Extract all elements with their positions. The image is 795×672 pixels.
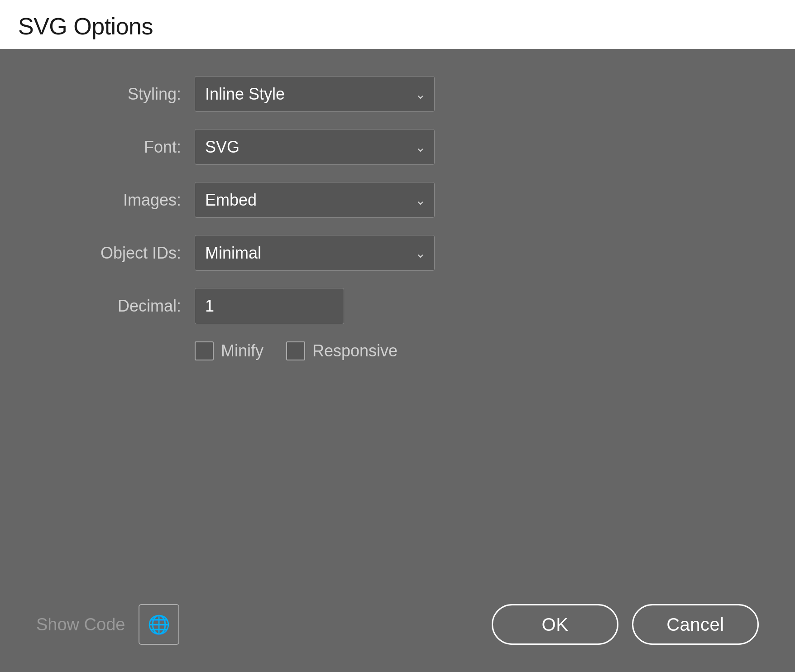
images-row: Images: Embed Link Preserve ⌄ xyxy=(36,182,759,218)
checkbox-row: Minify Responsive xyxy=(195,341,759,360)
object-ids-label: Object IDs: xyxy=(36,244,181,263)
images-select[interactable]: Embed Link Preserve xyxy=(195,182,435,218)
images-label: Images: xyxy=(36,191,181,210)
object-ids-row: Object IDs: Minimal All None Layer Names… xyxy=(36,235,759,271)
font-label: Font: xyxy=(36,138,181,157)
decimal-label: Decimal: xyxy=(36,297,181,316)
decimal-input[interactable] xyxy=(195,288,344,324)
styling-row: Styling: Inline Style Internal CSS Exter… xyxy=(36,76,759,112)
minify-checkbox[interactable] xyxy=(195,341,214,360)
title-bar: SVG Options xyxy=(0,0,795,49)
minify-label: Minify xyxy=(221,341,263,360)
dialog-title: SVG Options xyxy=(18,13,777,40)
object-ids-select-wrapper: Minimal All None Layer Names ⌄ xyxy=(195,235,435,271)
minify-checkbox-item: Minify xyxy=(195,341,263,360)
font-row: Font: SVG CSS Convert to Outlines ⌄ xyxy=(36,129,759,165)
decimal-row: Decimal: xyxy=(36,288,759,324)
images-select-wrapper: Embed Link Preserve ⌄ xyxy=(195,182,435,218)
font-select-wrapper: SVG CSS Convert to Outlines ⌄ xyxy=(195,129,435,165)
footer-section: Show Code 🌐 OK Cancel xyxy=(36,604,759,645)
styling-select-wrapper: Inline Style Internal CSS External CSS P… xyxy=(195,76,435,112)
cancel-button[interactable]: Cancel xyxy=(632,604,759,645)
responsive-label: Responsive xyxy=(312,341,398,360)
responsive-checkbox[interactable] xyxy=(286,341,305,360)
object-ids-select[interactable]: Minimal All None Layer Names xyxy=(195,235,435,271)
font-select[interactable]: SVG CSS Convert to Outlines xyxy=(195,129,435,165)
options-section: Styling: Inline Style Internal CSS Exter… xyxy=(36,76,759,360)
styling-label: Styling: xyxy=(36,85,181,104)
ok-button[interactable]: OK xyxy=(492,604,618,645)
responsive-checkbox-item: Responsive xyxy=(286,341,398,360)
footer-right: OK Cancel xyxy=(492,604,759,645)
globe-icon: 🌐 xyxy=(148,614,170,635)
show-code-button[interactable]: Show Code xyxy=(36,615,125,634)
footer-left: Show Code 🌐 xyxy=(36,604,179,645)
styling-select[interactable]: Inline Style Internal CSS External CSS P… xyxy=(195,76,435,112)
dialog-body: Styling: Inline Style Internal CSS Exter… xyxy=(0,49,795,672)
globe-button[interactable]: 🌐 xyxy=(139,604,179,645)
